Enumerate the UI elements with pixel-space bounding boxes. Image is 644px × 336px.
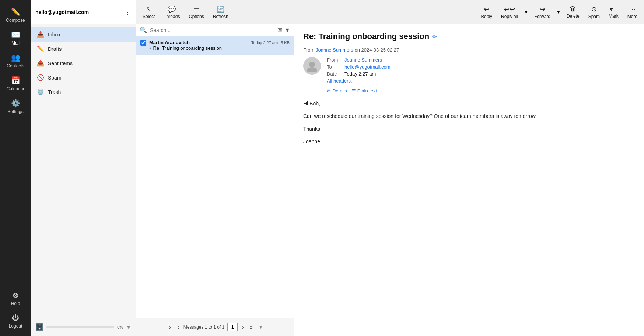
reply-icon: ↩	[484, 5, 489, 13]
date-value: Today 2:27 am	[344, 71, 376, 77]
next-page-button[interactable]: ›	[241, 323, 245, 331]
sidebar-bottom: 🗄️ 0% ▼	[31, 318, 136, 336]
message-list-panel: ↖ Select 💬 Threads ☰ Options 🔄 Refresh 🔍…	[136, 0, 294, 336]
folder-label-drafts: Drafts	[48, 46, 62, 52]
inbox-icon: 📥	[37, 31, 44, 38]
body-greeting: Hi Bob,	[303, 99, 635, 108]
nav-item-calendar[interactable]: 📅 Calendar	[0, 72, 31, 95]
email-subject-line: Re: Training onboarding session ✏	[303, 32, 635, 41]
search-input[interactable]	[150, 27, 274, 33]
storage-icon: 🗄️	[35, 323, 43, 331]
reply-all-wrapper: ↩↩ Reply all ▼	[497, 4, 529, 21]
refresh-button[interactable]: 🔄 Refresh	[209, 4, 232, 21]
folder-item-inbox[interactable]: 📥 Inbox	[31, 27, 136, 42]
spam-button[interactable]: ⊙ Spam	[585, 4, 603, 21]
sender-avatar	[303, 57, 321, 75]
mark-label: Mark	[609, 14, 619, 19]
sidebar-header: hello@yugotmail.com ⋮	[31, 0, 136, 24]
nav-item-help[interactable]: ⊗ Help	[0, 287, 31, 310]
from-link[interactable]: Joanne Summers	[344, 57, 382, 63]
compose-icon: ✏️	[11, 7, 20, 16]
plain-text-label: Plain text	[357, 88, 377, 94]
from-summary-link[interactable]: Joanne Summers	[316, 47, 353, 53]
resize-handle[interactable]: ▼	[126, 324, 131, 330]
reply-all-button[interactable]: ↩↩ Reply all	[497, 4, 522, 21]
select-button[interactable]: ↖ Select	[139, 4, 158, 21]
pagination-summary: Messages 1 to 1 of 1	[183, 325, 224, 330]
delete-label: Delete	[567, 14, 580, 19]
message-checkbox[interactable]	[140, 40, 146, 46]
spam-icon: 🚫	[37, 74, 44, 81]
edit-icon[interactable]: ✏	[432, 33, 437, 40]
details-button[interactable]: ✉ Details	[327, 88, 347, 94]
folder-item-sent[interactable]: 📤 Sent Items	[31, 56, 136, 70]
to-value: hello@yugotmail.com	[344, 64, 390, 70]
nav-label-mail: Mail	[11, 41, 20, 46]
folder-item-drafts[interactable]: ✏️ Drafts	[31, 42, 136, 56]
plain-text-button[interactable]: ☰ Plain text	[351, 88, 377, 94]
settings-icon: ⚙️	[11, 99, 20, 108]
nav-label-contacts: Contacts	[7, 63, 24, 69]
from-date-summary: on 2024-03-25 02:27	[354, 47, 399, 53]
first-page-button[interactable]: «	[167, 323, 173, 331]
reply-all-icon: ↩↩	[504, 5, 515, 13]
email-meta-details: From Joanne Summers To hello@yugotmail.c…	[327, 57, 390, 94]
reply-label: Reply	[481, 14, 492, 19]
message-subject: • Re: Training onboarding session	[149, 45, 290, 51]
more-button[interactable]: ⋯ More	[624, 4, 641, 21]
folder-item-spam[interactable]: 🚫 Spam	[31, 70, 136, 85]
from-label: From	[327, 57, 342, 63]
email-meta-block: From Joanne Summers To hello@yugotmail.c…	[303, 57, 635, 94]
from-value: Joanne Summers	[344, 57, 382, 63]
left-navigation: ✏️ Compose ✉️ Mail 👥 Contacts 📅 Calendar…	[0, 0, 31, 336]
email-from-summary: From Joanne Summers on 2024-03-25 02:27	[303, 47, 635, 53]
forward-dropdown[interactable]: ▼	[556, 10, 561, 15]
sidebar-email: hello@yugotmail.com	[35, 9, 89, 15]
email-pane: ↩ Reply ↩↩ Reply all ▼ ↪ Forward ▼ 🗑 Del…	[294, 0, 644, 336]
nav-item-settings[interactable]: ⚙️ Settings	[0, 95, 31, 118]
prev-page-button[interactable]: ‹	[176, 323, 181, 331]
options-button[interactable]: ☰ Options	[185, 4, 207, 21]
calendar-icon: 📅	[11, 76, 20, 85]
message-list-toolbar: ↖ Select 💬 Threads ☰ Options 🔄 Refresh	[136, 0, 294, 24]
threads-button[interactable]: 💬 Threads	[160, 4, 183, 21]
nav-item-logout[interactable]: ⏻ Logout	[0, 310, 31, 332]
mark-button[interactable]: 🏷 Mark	[605, 4, 622, 20]
email-subject: Re: Training onboarding session	[303, 32, 429, 41]
reply-all-dropdown[interactable]: ▼	[523, 10, 529, 15]
forward-button[interactable]: ↪ Forward	[531, 4, 554, 21]
mark-icon: 🏷	[610, 5, 617, 13]
page-number-input[interactable]	[227, 323, 238, 331]
threads-icon: 💬	[168, 5, 176, 13]
reply-all-label: Reply all	[501, 14, 518, 19]
nav-label-calendar: Calendar	[7, 86, 25, 91]
nav-item-contacts[interactable]: 👥 Contacts	[0, 49, 31, 72]
delete-button[interactable]: 🗑 Delete	[563, 4, 583, 20]
details-icon: ✉	[327, 88, 331, 94]
select-icon: ↖	[146, 5, 151, 13]
to-link[interactable]: hello@yugotmail.com	[344, 64, 390, 70]
last-page-button[interactable]: »	[248, 323, 254, 331]
email-body: Hi Bob, Can we reschedule our training s…	[303, 99, 635, 146]
forward-wrapper: ↪ Forward ▼	[531, 4, 561, 21]
delete-icon: 🗑	[570, 5, 576, 13]
reply-button[interactable]: ↩ Reply	[477, 4, 496, 21]
dropdown-icon[interactable]: ▼	[284, 27, 290, 34]
details-label: Details	[332, 88, 347, 94]
nav-label-logout: Logout	[9, 323, 22, 329]
folder-label-inbox: Inbox	[48, 32, 60, 38]
sidebar-more-button[interactable]: ⋮	[125, 8, 131, 16]
bullet-icon: •	[149, 45, 151, 51]
nav-item-mail[interactable]: ✉️ Mail	[0, 27, 31, 49]
forward-label: Forward	[534, 14, 550, 19]
email-toolbar: ↩ Reply ↩↩ Reply all ▼ ↪ Forward ▼ 🗑 Del…	[294, 0, 644, 24]
resize-handle-bottom[interactable]: ▼	[259, 325, 263, 330]
all-headers-link[interactable]: All headers...	[327, 78, 390, 84]
options-icon: ☰	[193, 5, 199, 13]
folder-item-trash[interactable]: 🗑️ Trash	[31, 85, 136, 99]
mail-filter-icon[interactable]: ✉	[277, 27, 282, 34]
refresh-label: Refresh	[213, 14, 228, 19]
message-item[interactable]: Martin Aranovitch Today 2:27 am 5 KB • R…	[136, 36, 294, 55]
sent-icon: 📤	[37, 60, 44, 67]
nav-item-compose[interactable]: ✏️ Compose	[0, 4, 31, 27]
